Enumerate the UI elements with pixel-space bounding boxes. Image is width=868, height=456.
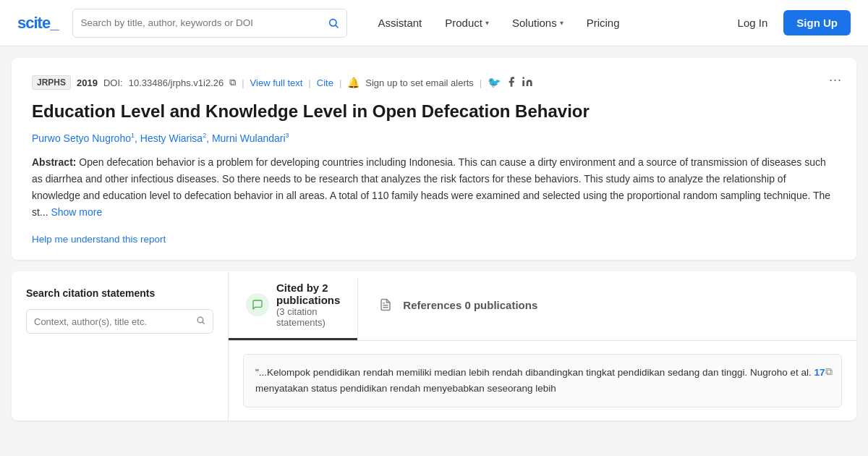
- tab-cited-text: Cited by 2 publications (3 citation stat…: [276, 282, 340, 328]
- article-card: ··· JRPHS 2019 DOI: 10.33486/jrphs.v1i2.…: [12, 58, 856, 260]
- search-input[interactable]: [80, 17, 328, 28]
- social-icons: 🐦: [488, 76, 533, 90]
- journal-badge: JRPHS: [32, 75, 71, 90]
- copy-doi-icon[interactable]: ⧉: [229, 77, 236, 88]
- twitter-icon[interactable]: 🐦: [488, 76, 501, 89]
- citation-search-input[interactable]: [34, 316, 192, 327]
- help-link[interactable]: Help me understand this report: [32, 234, 166, 245]
- view-full-text-link[interactable]: View full text: [250, 77, 303, 88]
- abstract-text: Abstract: Open defecation behavior is a …: [32, 154, 836, 221]
- divider: |: [480, 77, 482, 88]
- logo[interactable]: scite_: [17, 14, 58, 33]
- doc-icon: [375, 295, 396, 315]
- nav-login[interactable]: Log In: [728, 11, 778, 35]
- divider: |: [339, 77, 341, 88]
- article-meta: JRPHS 2019 DOI: 10.33486/jrphs.v1i2.26 ⧉…: [32, 75, 836, 90]
- abstract-body: Open defecation behavior is a problem fo…: [32, 156, 830, 218]
- author-1[interactable]: Purwo Setyo Nugroho1: [32, 132, 135, 144]
- citation-number: 17: [814, 367, 825, 378]
- citation-snippet-text: "...Kelompok pendidikan rendah memiliki …: [255, 365, 830, 396]
- chevron-down-icon: ▾: [485, 19, 489, 27]
- more-options-button[interactable]: ···: [829, 72, 842, 88]
- svg-line-1: [336, 25, 338, 28]
- article-year: 2019: [77, 77, 98, 88]
- chevron-down-icon: ▾: [560, 19, 563, 27]
- signup-button[interactable]: Sign Up: [783, 10, 851, 35]
- nav-product[interactable]: Product ▾: [436, 11, 498, 35]
- citation-search-title: Search citation statements: [26, 287, 213, 299]
- tab-references[interactable]: References 0 publications: [358, 271, 555, 340]
- svg-point-2: [523, 77, 525, 79]
- citation-search-panel: Search citation statements: [12, 271, 229, 420]
- doi-value: 10.33486/jrphs.v1i2.26: [129, 77, 224, 88]
- facebook-icon[interactable]: [506, 76, 517, 90]
- article-authors: Purwo Setyo Nugroho1, Hesty Wiarisa2, Mu…: [32, 132, 836, 144]
- show-more-link[interactable]: Show more: [51, 206, 102, 218]
- abstract-label: Abstract:: [32, 156, 76, 168]
- linkedin-icon[interactable]: [522, 76, 533, 90]
- main-wrapper: ··· JRPHS 2019 DOI: 10.33486/jrphs.v1i2.…: [0, 46, 868, 432]
- author-2[interactable]: Hesty Wiarisa2: [140, 132, 206, 144]
- bell-icon: 🔔: [347, 77, 359, 88]
- author-3[interactable]: Murni Wulandari3: [212, 132, 289, 144]
- search-icon[interactable]: [328, 17, 339, 29]
- citations-tabs: Cited by 2 publications (3 citation stat…: [229, 271, 856, 341]
- search-icon: [196, 316, 205, 327]
- cite-link[interactable]: Cite: [317, 77, 333, 88]
- tab-references-text: References 0 publications: [403, 299, 537, 311]
- citation-search-input-wrapper: [26, 309, 213, 334]
- doi-label: DOI:: [103, 77, 123, 88]
- navbar: scite_ Assistant Product ▾ Solutions ▾ P…: [0, 0, 868, 46]
- citations-area: Cited by 2 publications (3 citation stat…: [229, 271, 856, 420]
- chat-icon: [246, 293, 269, 316]
- search-bar: [72, 9, 347, 38]
- divider: |: [308, 77, 310, 88]
- copy-citation-icon[interactable]: ⧉: [825, 363, 833, 379]
- nav-links: Assistant Product ▾ Solutions ▾ Pricing: [369, 11, 727, 35]
- bottom-section: Search citation statements: [12, 271, 856, 420]
- article-title: Education Level and Knowledge Level in O…: [32, 100, 836, 123]
- tab-cited-by[interactable]: Cited by 2 publications (3 citation stat…: [229, 271, 357, 340]
- citation-snippet: ⧉ "...Kelompok pendidikan rendah memilik…: [243, 354, 842, 407]
- email-alert-text: Sign up to set email alerts: [365, 77, 474, 88]
- nav-pricing[interactable]: Pricing: [578, 11, 629, 35]
- nav-solutions[interactable]: Solutions ▾: [503, 11, 572, 35]
- divider: |: [242, 77, 244, 88]
- nav-assistant[interactable]: Assistant: [369, 11, 430, 35]
- citations-content: ⧉ "...Kelompok pendidikan rendah memilik…: [229, 341, 856, 420]
- svg-line-4: [203, 322, 204, 324]
